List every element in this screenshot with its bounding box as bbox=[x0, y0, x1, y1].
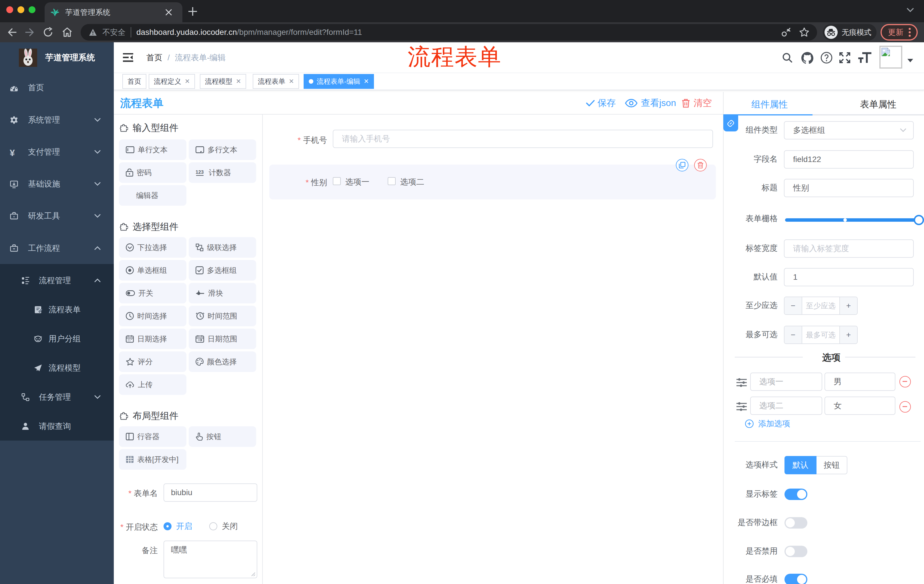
svg-text:123: 123 bbox=[196, 169, 203, 175]
